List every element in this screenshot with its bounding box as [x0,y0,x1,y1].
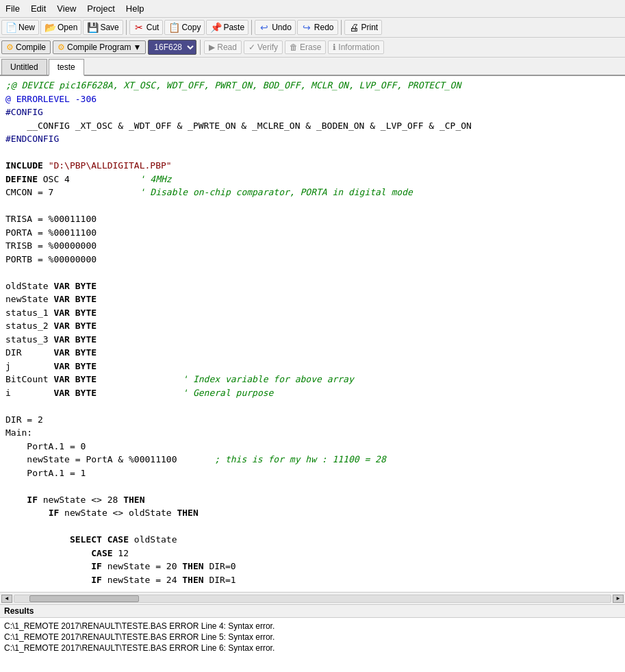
status-bar: Results [0,604,625,617]
copy-icon: 📋 [168,22,179,33]
chip-select[interactable]: 16F628 [148,40,196,55]
tab-bar: Untitled teste [0,58,625,76]
scroll-left-button[interactable]: ◄ [1,595,12,603]
undo-button[interactable]: ↩ Undo [255,20,296,35]
open-button[interactable]: 📂 Open [40,20,81,35]
read-icon: ▶ [209,42,215,52]
sep3 [341,20,342,35]
cut-icon: ✂ [133,22,144,33]
menu-file[interactable]: File [0,1,25,16]
menu-view[interactable]: View [51,1,81,16]
verify-label: Verify [257,42,278,52]
compile-icon: ⚙ [6,42,14,52]
erase-label: Erase [300,42,321,52]
open-icon: 📂 [44,22,55,33]
tab-teste[interactable]: teste [49,59,84,76]
print-label: Print [361,23,379,32]
print-icon: 🖨 [348,22,359,33]
print-button[interactable]: 🖨 Print [344,20,383,35]
compile-button[interactable]: ⚙ Compile [1,40,51,54]
cut-label: Cut [146,23,160,32]
redo-label: Redo [314,23,334,32]
information-label: Information [338,42,379,52]
horizontal-scrollbar[interactable]: ◄ ► [0,592,625,604]
new-button[interactable]: 📄 New [1,20,39,35]
result-line-3: C:\1_REMOTE 2017\RENAULT\TESTE.BAS ERROR… [4,643,621,654]
results-label: Results [4,606,34,616]
verify-button[interactable]: ✓ Verify [244,40,283,54]
scroll-track[interactable] [14,595,611,603]
read-label: Read [217,42,237,52]
chevron-down-icon: ▼ [133,42,141,52]
new-icon: 📄 [5,22,16,33]
editor-container: ;@ DEVICE pic16F628A, XT_OSC, WDT_OFF, P… [0,76,625,604]
compile-label: Compile [16,42,46,52]
read-button[interactable]: ▶ Read [204,40,242,54]
code-content: ;@ DEVICE pic16F628A, XT_OSC, WDT_OFF, P… [5,79,620,586]
result-line-1: C:\1_REMOTE 2017\RENAULT\TESTE.BAS ERROR… [4,621,621,632]
undo-icon: ↩ [259,22,270,33]
save-icon: 💾 [87,22,98,33]
sep1 [126,20,127,35]
paste-button[interactable]: 📌 Paste [206,20,248,35]
open-label: Open [58,23,77,32]
compile-program-icon: ⚙ [58,42,65,52]
result-line-2: C:\1_REMOTE 2017\RENAULT\TESTE.BAS ERROR… [4,632,621,643]
editor[interactable]: ;@ DEVICE pic16F628A, XT_OSC, WDT_OFF, P… [0,76,625,592]
paste-label: Paste [223,23,244,32]
sep4 [200,40,201,55]
scroll-right-button[interactable]: ► [613,595,624,603]
verify-icon: ✓ [248,42,255,52]
undo-label: Undo [272,23,292,32]
redo-button[interactable]: ↪ Redo [297,20,338,35]
erase-button[interactable]: 🗑 Erase [285,40,326,54]
results-panel: C:\1_REMOTE 2017\RENAULT\TESTE.BAS ERROR… [0,617,625,672]
scroll-thumb[interactable] [29,595,139,602]
information-button[interactable]: ℹ Information [328,40,384,54]
new-label: New [18,23,35,32]
save-label: Save [100,23,118,32]
copy-button[interactable]: 📋 Copy [164,20,205,35]
toolbar2: ⚙ Compile ⚙ Compile Program ▼ 16F628 ▶ R… [0,38,625,58]
tab-untitled[interactable]: Untitled [1,59,47,75]
information-icon: ℹ [333,42,336,52]
save-button[interactable]: 💾 Save [83,20,123,35]
redo-icon: ↪ [301,22,312,33]
menu-edit[interactable]: Edit [25,1,51,16]
copy-label: Copy [181,23,201,32]
sep2 [251,20,252,35]
cut-button[interactable]: ✂ Cut [129,20,164,35]
erase-icon: 🗑 [290,42,298,52]
compile-program-button[interactable]: ⚙ Compile Program ▼ [53,40,146,54]
menu-bar: File Edit View Project Help [0,0,625,18]
menu-help[interactable]: Help [120,1,150,16]
menu-project[interactable]: Project [81,1,120,16]
toolbar: 📄 New 📂 Open 💾 Save ✂ Cut 📋 Copy 📌 Paste… [0,18,625,38]
compile-program-label: Compile Program [67,42,131,52]
paste-icon: 📌 [210,22,221,33]
